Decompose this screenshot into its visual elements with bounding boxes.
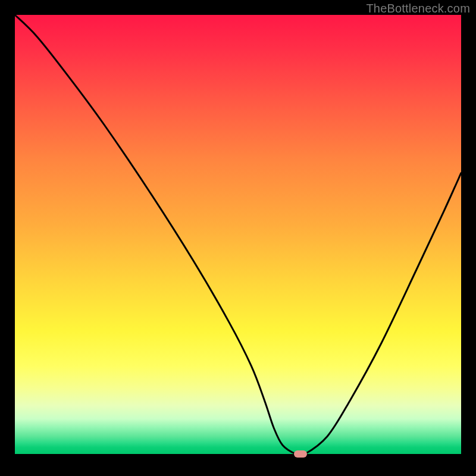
optimal-point-marker <box>294 450 307 458</box>
chart-frame: TheBottleneck.com <box>0 0 476 476</box>
bottleneck-curve <box>15 15 461 454</box>
watermark-text: TheBottleneck.com <box>366 2 470 15</box>
